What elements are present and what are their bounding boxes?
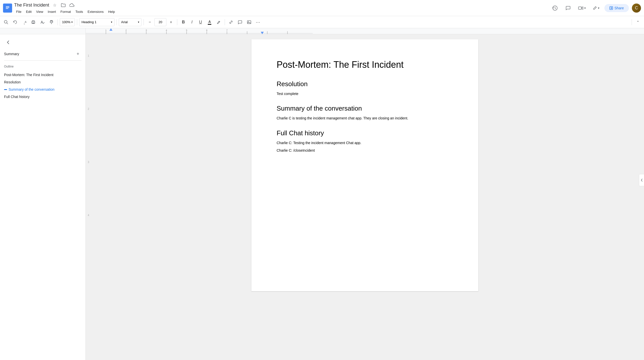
underline-button[interactable]: U [196,18,204,26]
ruler-svg: 1 2 3 4 5 6 7 [86,28,644,34]
undo-button[interactable] [11,18,19,26]
separator-4 [143,19,144,25]
outline-item-main-title[interactable]: Post-Mortem: The First Incident [4,71,81,79]
svg-rect-9 [32,23,34,23]
doc-main-title[interactable]: Post-Mortem: The First Incident [277,59,453,70]
outline-section: Outline Post-Mortem: The First Incident … [4,65,81,101]
app-icon [3,4,12,13]
comments-button[interactable] [563,3,573,13]
cloud-button[interactable] [68,2,75,9]
svg-rect-10 [50,21,53,23]
font-label: Arial [121,20,128,24]
svg-text:7: 7 [226,29,227,31]
comment-button[interactable] [236,18,244,26]
text-color-button[interactable]: A [206,18,214,26]
paint-format-button[interactable] [47,18,55,26]
font-size-area: − 20 + [146,18,175,26]
bold-button[interactable]: B [179,18,187,26]
ruler-left-space [0,28,86,34]
redo-button[interactable] [20,18,28,26]
svg-point-7 [4,20,7,23]
meet-button[interactable]: ▾ [576,3,588,13]
svg-text:3: 3 [145,29,147,31]
star-button[interactable]: ☆ [51,2,58,9]
right-collapse-button[interactable] [639,174,644,186]
zoom-selector[interactable]: 100% ▾ [60,18,75,26]
collapse-toolbar-button[interactable]: ⌃ [634,18,642,26]
style-selector[interactable]: Heading 1 ▾ [79,18,114,26]
menu-insert[interactable]: Insert [46,9,58,14]
svg-text:1: 1 [105,29,106,31]
separator-3 [116,19,117,25]
print-button[interactable] [29,18,37,26]
svg-text:4: 4 [166,29,167,31]
heading-summary[interactable]: Summary of the conversation [277,105,453,112]
editing-dropdown-chevron: ▾ [598,6,599,10]
folder-button[interactable] [60,2,67,9]
svg-rect-1 [6,6,9,7]
menu-view[interactable]: View [34,9,45,14]
summary-section: Summary + [4,50,81,61]
toolbar: 100% ▾ Heading 1 ▾ Arial ▾ − 20 + B I U … [0,16,644,28]
menu-tools[interactable]: Tools [73,9,85,14]
left-panel: Summary + Outline Post-Mortem: The First… [0,34,86,360]
para-chat-2[interactable]: Charlie C: /closeIncident [277,148,453,153]
avatar-placeholder: C [632,4,641,13]
history-button[interactable] [550,3,560,13]
italic-button[interactable]: I [188,18,196,26]
svg-text:6: 6 [206,29,207,31]
outline-item-resolution[interactable]: Resolution [4,79,81,86]
image-button[interactable] [245,18,253,26]
outline-item-summary[interactable]: Summary of the conversation [4,86,81,93]
outline-item-chat[interactable]: Full Chat history [4,93,81,101]
increase-font-button[interactable]: + [167,18,175,26]
share-button[interactable]: Share [604,4,629,12]
menu-format[interactable]: Format [58,9,73,14]
svg-rect-5 [578,7,581,9]
menu-help[interactable]: Help [106,9,117,14]
format-buttons: B I U [179,18,204,26]
outline-label: Outline [4,65,81,68]
side-markers: 1 2 3 4 [88,34,92,217]
text-color-bar [208,24,211,25]
svg-text:2: 2 [125,29,127,31]
ruler-row: 1 2 3 4 5 6 7 [0,28,644,34]
ruler-content: 1 2 3 4 5 6 7 [86,28,644,34]
heading-chat[interactable]: Full Chat history [277,129,453,137]
font-selector[interactable]: Arial ▾ [119,18,141,26]
menu-extensions[interactable]: Extensions [85,9,106,14]
decrease-font-button[interactable]: − [146,18,154,26]
font-chevron: ▾ [138,21,139,23]
doc-title: The First Incident [14,3,49,8]
style-label: Heading 1 [81,20,96,24]
para-resolution[interactable]: Test complete [277,91,453,96]
add-summary-button[interactable]: + [74,50,81,57]
para-summary[interactable]: Charlie C is testing the incident manage… [277,115,453,121]
document-page[interactable]: Post-Mortem: The First Incident Resoluti… [251,39,478,291]
search-button[interactable] [2,18,10,26]
more-options-button[interactable]: ⋯ [254,18,262,26]
highlight-button[interactable] [215,18,223,26]
separator-7 [632,19,632,25]
avatar[interactable]: C [632,4,641,13]
meet-dropdown-icon: ▾ [584,6,586,10]
menu-edit[interactable]: Edit [24,9,34,14]
spellcheck-button[interactable] [38,18,46,26]
editing-mode-button[interactable]: ▾ [591,3,601,13]
para-chat-1[interactable]: Charlie C: Testing the incident manageme… [277,140,453,146]
content-area[interactable]: 1 2 3 4 Post-Mortem: The First Incident … [86,34,644,360]
zoom-chevron: ▾ [71,21,73,23]
top-right: ▾ ▾ Share C [550,3,641,13]
link-button[interactable] [227,18,235,26]
heading-resolution[interactable]: Resolution [277,80,453,88]
menu-file[interactable]: File [14,9,23,14]
main-layout: Summary + Outline Post-Mortem: The First… [0,34,644,360]
separator-1 [57,19,58,25]
font-size-display[interactable]: 20 [154,18,166,26]
svg-text:5: 5 [186,29,187,31]
menu-bar: File Edit View Insert Format Tools Exten… [14,9,548,14]
back-button[interactable] [4,38,12,46]
svg-rect-3 [6,8,8,9]
share-label: Share [614,6,624,10]
separator-6 [225,19,225,25]
